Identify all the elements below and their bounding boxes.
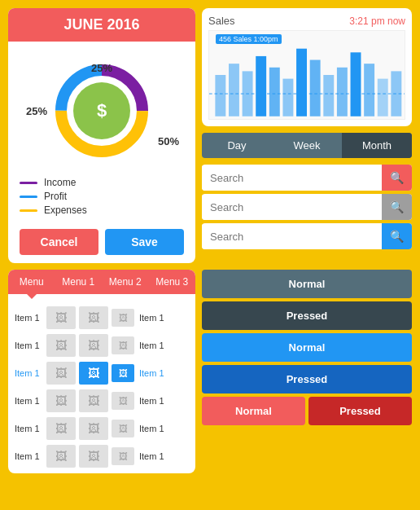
thumbnail-icon: 🖼: [79, 334, 108, 357]
svg-rect-9: [282, 79, 293, 117]
thumbnail-small-icon: 🖼: [112, 336, 134, 354]
income-label: Income: [44, 177, 76, 188]
thumbnail-icon: 🖼: [46, 389, 76, 412]
list-item: Item 1 🖼 🖼 🖼 Item 1: [15, 359, 189, 387]
tab-week[interactable]: Week: [272, 133, 342, 158]
menu-item-2[interactable]: Menu 2: [102, 270, 149, 294]
pressed-button-3[interactable]: Pressed: [308, 397, 412, 425]
thumbnail-icon: 🖼: [46, 334, 76, 357]
thumbnail-small-icon: 🖼: [112, 392, 134, 410]
income-line-icon: [20, 182, 37, 184]
normal-button-3[interactable]: Normal: [202, 397, 305, 425]
month-year-label: JUNE 2016: [63, 16, 139, 33]
tabs-row: Day Week Month: [202, 133, 412, 158]
menu-bar: Menu Menu 1 Menu 2 Menu 3: [8, 270, 195, 294]
sales-card: Sales 3:21 pm now 456 Sales 1:00pm: [202, 8, 412, 126]
search-button-2[interactable]: 🔍: [382, 194, 412, 220]
calendar-header: JUNE 2016: [8, 8, 195, 42]
svg-rect-7: [256, 56, 266, 117]
list-item: Item 1 🖼 🖼 🖼 Item 1: [15, 442, 189, 470]
profit-line-icon: [20, 196, 37, 198]
pct-right: 50%: [158, 135, 179, 147]
thumbnail-icon: 🖼: [46, 362, 76, 385]
donut-chart-area: 25% 25% 50% $: [8, 42, 195, 172]
svg-rect-12: [323, 75, 334, 117]
thumbnail-icon: 🖼: [79, 306, 108, 329]
thumbnail-icon: 🖼: [46, 306, 76, 329]
list-item: Item 1 🖼 🖼 🖼 Item 1: [15, 332, 189, 359]
items-grid: Item 1 🖼 🖼 🖼 Item 1 Item 1 🖼 🖼 🖼 Item 1 …: [8, 301, 195, 473]
tab-month[interactable]: Month: [342, 133, 412, 158]
bar-chart: 456 Sales 1:00pm: [208, 30, 405, 120]
bar-chart-svg: [209, 31, 405, 119]
svg-rect-15: [364, 64, 374, 117]
search-input-1[interactable]: [202, 165, 382, 191]
menu-item-1[interactable]: Menu 1: [55, 270, 103, 294]
save-button[interactable]: Save: [105, 229, 184, 255]
search-row-2: 🔍: [202, 194, 412, 220]
menu-item-0[interactable]: Menu: [8, 270, 55, 294]
svg-rect-13: [337, 68, 348, 117]
donut-center-icon: $: [73, 82, 130, 139]
donut-container: 25% 25% 50% $: [49, 58, 155, 164]
search-row-1: 🔍: [202, 165, 412, 191]
pressed-button-1[interactable]: Pressed: [202, 301, 412, 330]
thumbnail-icon: 🖼: [79, 389, 108, 412]
pressed-button-2[interactable]: Pressed: [202, 365, 412, 393]
svg-rect-6: [243, 71, 253, 116]
svg-rect-8: [269, 68, 280, 117]
legend-expenses: Expenses: [20, 204, 184, 216]
list-item: Item 1 🖼 🖼 🖼 Item 1: [15, 415, 189, 442]
svg-rect-17: [391, 71, 401, 116]
thumbnail-small-icon: 🖼: [112, 447, 134, 465]
thumbnail-icon: 🖼: [46, 445, 76, 468]
legend: Income Profit Expenses: [8, 172, 195, 222]
expenses-line-icon: [20, 209, 37, 212]
cancel-button[interactable]: Cancel: [20, 229, 98, 255]
dollar-icon: $: [97, 100, 107, 121]
thumbnail-icon: 🖼: [79, 417, 108, 440]
profit-label: Profit: [44, 191, 67, 202]
sales-title: Sales: [208, 15, 235, 27]
pct-left: 25%: [26, 105, 47, 117]
thumbnail-icon: 🖼: [79, 445, 108, 468]
svg-rect-5: [229, 64, 239, 117]
thumbnail-small-icon: 🖼: [112, 420, 134, 437]
thumbnail-small-icon: 🖼: [112, 364, 134, 382]
list-item: Item 1 🖼 🖼 🖼 Item 1: [15, 304, 189, 332]
tab-day[interactable]: Day: [202, 133, 272, 158]
bottom-right-panel: Normal Pressed Normal Pressed Normal Pre…: [202, 270, 412, 473]
expenses-label: Expenses: [44, 204, 87, 216]
list-item: Item 1 🖼 🖼 🖼 Item 1: [15, 387, 189, 415]
svg-rect-14: [351, 52, 361, 116]
sales-header: Sales 3:21 pm now: [208, 15, 405, 27]
search-input-2[interactable]: [202, 195, 382, 220]
menu-item-3[interactable]: Menu 3: [149, 270, 196, 294]
svg-rect-16: [378, 79, 388, 117]
calendar-card: JUNE 2016 25% 25% 50% $: [8, 8, 195, 263]
normal-button-2[interactable]: Normal: [202, 333, 412, 362]
search-button-1[interactable]: 🔍: [382, 165, 412, 191]
search-input-3[interactable]: [202, 224, 382, 249]
legend-income: Income: [20, 177, 184, 188]
legend-profit: Profit: [20, 191, 184, 202]
normal-button-1[interactable]: Normal: [202, 270, 412, 298]
thumbnail-small-icon: 🖼: [112, 309, 134, 327]
thumbnail-icon: 🖼: [79, 362, 108, 385]
right-top-panel: Sales 3:21 pm now 456 Sales 1:00pm: [202, 8, 412, 263]
pct-top: 25%: [91, 62, 112, 74]
btn-row-bottom: Normal Pressed: [202, 397, 412, 425]
search-section: 🔍 🔍 🔍: [202, 165, 412, 249]
sales-time: 3:21 pm now: [349, 15, 405, 27]
thumbnail-icon: 🖼: [46, 417, 76, 440]
search-row-3: 🔍: [202, 223, 412, 249]
bottom-left-panel: Menu Menu 1 Menu 2 Menu 3 Item 1 🖼 🖼 🖼 I…: [8, 270, 195, 473]
svg-rect-4: [215, 75, 225, 117]
chart-tooltip: 456 Sales 1:00pm: [216, 34, 282, 44]
action-buttons: Cancel Save: [8, 222, 195, 263]
search-button-3[interactable]: 🔍: [382, 223, 412, 249]
svg-rect-11: [310, 60, 321, 117]
svg-rect-10: [296, 49, 307, 117]
